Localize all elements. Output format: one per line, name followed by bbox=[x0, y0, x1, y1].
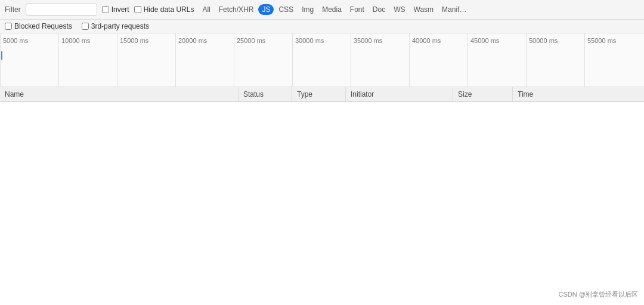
filter-btn-wasm[interactable]: Wasm bbox=[410, 4, 438, 15]
th-name[interactable]: Name bbox=[0, 87, 239, 101]
blocked-requests-checkbox[interactable] bbox=[5, 23, 12, 30]
blocked-requests-label: Blocked Requests bbox=[14, 22, 72, 30]
invert-label: Invert bbox=[112, 5, 129, 14]
filter-btn-img[interactable]: Img bbox=[298, 4, 317, 15]
table-header: NameStatusTypeInitiatorSizeTime bbox=[0, 87, 644, 102]
timeline-tick-label: 50000 ms bbox=[529, 37, 558, 44]
timeline-tick-label: 35000 ms bbox=[354, 37, 382, 44]
invert-checkbox-group: Invert bbox=[102, 5, 129, 14]
filter-label: Filter bbox=[5, 5, 21, 14]
filter-bar2: Blocked Requests 3rd-party requests bbox=[0, 20, 644, 33]
timeline-tick-label: 40000 ms bbox=[412, 37, 441, 44]
timeline-ruler: 5000 ms10000 ms15000 ms20000 ms25000 ms3… bbox=[0, 33, 644, 87]
timeline-tick-label: 15000 ms bbox=[120, 37, 148, 44]
timeline-tick-label: 30000 ms bbox=[295, 37, 324, 44]
timeline-tick: 30000 ms bbox=[292, 33, 351, 87]
filter-input[interactable] bbox=[26, 4, 97, 16]
blocked-requests-group: Blocked Requests bbox=[5, 22, 72, 30]
timeline-tick: 20000 ms bbox=[175, 33, 234, 87]
timeline-tick: 45000 ms bbox=[467, 33, 526, 87]
th-time[interactable]: Time bbox=[513, 87, 644, 101]
timeline-tick: 55000 ms bbox=[584, 33, 643, 87]
filter-type-buttons: AllFetch/XHRJSCSSImgMediaFontDocWSWasmMa… bbox=[199, 4, 470, 15]
timeline-tick-label: 5000 ms bbox=[3, 37, 28, 44]
timeline-tick-label: 10000 ms bbox=[61, 37, 90, 44]
timeline-tick-label: 55000 ms bbox=[587, 37, 616, 44]
filter-btn-font[interactable]: Font bbox=[346, 4, 368, 15]
timeline-tick: 15000 ms bbox=[117, 33, 175, 87]
third-party-checkbox[interactable] bbox=[82, 23, 89, 30]
filter-btn-js[interactable]: JS bbox=[258, 4, 274, 15]
timeline-tick: 25000 ms bbox=[234, 33, 292, 87]
th-size[interactable]: Size bbox=[453, 87, 513, 101]
invert-checkbox[interactable] bbox=[102, 6, 109, 13]
filter-btn-media[interactable]: Media bbox=[318, 4, 345, 15]
timeline-indicator bbox=[1, 51, 2, 60]
th-type[interactable]: Type bbox=[292, 87, 346, 101]
timeline-tick: 35000 ms bbox=[351, 33, 409, 87]
timeline-tick: 5000 ms bbox=[0, 33, 58, 87]
hide-data-urls-group: Hide data URLs bbox=[134, 5, 194, 14]
filter-btn-css[interactable]: CSS bbox=[275, 4, 297, 15]
timeline-tick-label: 20000 ms bbox=[178, 37, 207, 44]
filter-btn-doc[interactable]: Doc bbox=[369, 4, 389, 15]
third-party-label: 3rd-party requests bbox=[91, 22, 149, 30]
filter-btn-ws[interactable]: WS bbox=[390, 4, 408, 15]
filter-btn-manifest[interactable]: Manif… bbox=[438, 4, 470, 15]
third-party-requests-group: 3rd-party requests bbox=[82, 22, 149, 30]
timeline-tick: 40000 ms bbox=[409, 33, 467, 87]
table-body bbox=[0, 102, 644, 293]
hide-data-urls-label: Hide data URLs bbox=[144, 5, 194, 14]
th-initiator[interactable]: Initiator bbox=[346, 87, 453, 101]
filter-btn-fetch_xhr[interactable]: Fetch/XHR bbox=[215, 4, 258, 15]
hide-data-urls-checkbox[interactable] bbox=[134, 6, 141, 13]
filter-btn-all[interactable]: All bbox=[199, 4, 213, 15]
timeline-tick: 50000 ms bbox=[526, 33, 584, 87]
filter-bar: Filter Invert Hide data URLs AllFetch/XH… bbox=[0, 0, 644, 20]
timeline-tick-label: 25000 ms bbox=[237, 37, 265, 44]
timeline-tick: 10000 ms bbox=[58, 33, 117, 87]
th-status[interactable]: Status bbox=[239, 87, 292, 101]
timeline-tick-label: 45000 ms bbox=[470, 37, 499, 44]
